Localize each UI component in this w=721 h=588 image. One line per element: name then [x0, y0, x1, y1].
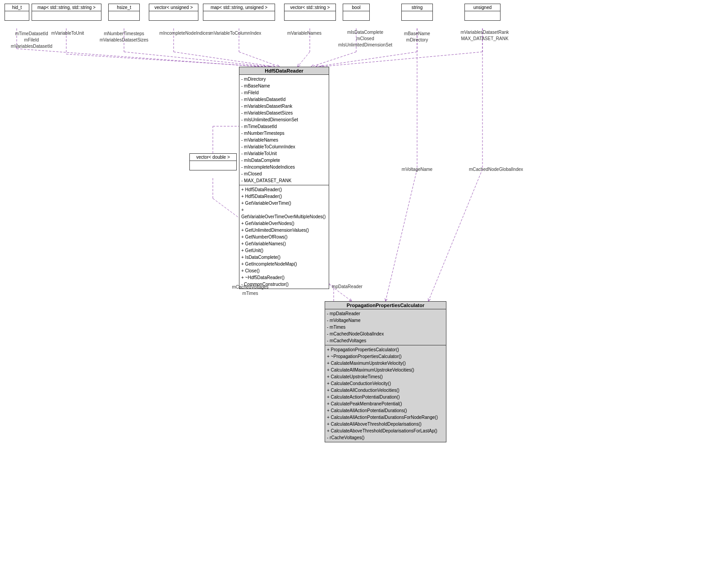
attr-mIsDataComplete: - mIsDataComplete — [241, 157, 327, 164]
label-mVariableToColumnIndex: mVariableToColumnIndex — [203, 31, 268, 36]
attr-mBaseName: - mBaseName — [241, 83, 327, 89]
attr-mFileId: - mFileId — [241, 89, 327, 96]
label-mNumberTimesteps: mNumberTimestepsmVariablesDatasetSizes — [95, 31, 153, 43]
label-mpDataReader: mpDataReader — [325, 284, 370, 289]
method-GetVariableNames: + GetVariableNames() — [241, 240, 327, 247]
type-vector-double: vector< double > — [189, 153, 237, 170]
type-hsize_t: hsize_t — [108, 4, 140, 21]
hdf5-data-reader-box: Hdf5DataReader - mDirectory - mBaseName … — [239, 67, 329, 289]
method-PropagationPropertiesCalculator-ctor: + PropagationPropertiesCalculator() — [327, 346, 444, 353]
attr-mTimeDatasetId: - mTimeDatasetId — [241, 123, 327, 130]
type-unsigned: unsigned — [464, 4, 501, 21]
method-GetUnlimitedDimensionValues: + GetUnlimitedDimensionValues() — [241, 227, 327, 234]
method-GetVariableOverTimeOverMultipleNodes: + GetVariableOverTimeOverMultipleNodes() — [241, 207, 327, 220]
svg-line-11 — [298, 52, 310, 67]
attr-mNumberTimesteps: - mNumberTimesteps — [241, 130, 327, 137]
svg-line-1 — [17, 49, 259, 67]
method-GetNumberOfRows: + GetNumberOfRows() — [241, 234, 327, 240]
type-bool: bool — [343, 4, 370, 21]
method-CalculateAllActionPotentialDurationsForNodeRange: + CalculateAllActionPotentialDurationsFo… — [327, 414, 444, 421]
svg-line-15 — [316, 52, 417, 67]
label-mVoltageName: mVoltageName — [392, 167, 442, 172]
svg-line-13 — [311, 52, 356, 67]
diagram-container: hid_t map< std::string, std::string > hs… — [0, 0, 721, 588]
hdf5-reader-attributes: - mDirectory - mBaseName - mFileId - mVa… — [239, 75, 329, 185]
label-mCachedVoltages-mTimes: mCachedVoltagesmTimes — [221, 284, 280, 297]
attr-mTimes: - mTimes — [327, 324, 444, 331]
method-GetVariableOverTime: + GetVariableOverTime() — [241, 200, 327, 207]
svg-line-7 — [174, 52, 275, 67]
svg-line-3 — [66, 54, 266, 67]
type-hid_t: hid_t — [5, 4, 29, 21]
attr-mVoltageName: - mVoltageName — [327, 317, 444, 324]
method-dtor-PropagationPropertiesCalculator: + ~PropagationPropertiesCalculator() — [327, 353, 444, 360]
method-Hdf5DataReader-ctor1: + Hdf5DataReader() — [241, 186, 327, 193]
method-GetIncompleteNodeMap: + GetIncompleteNodeMap() — [241, 261, 327, 267]
svg-line-23 — [386, 169, 417, 301]
hdf5-data-reader-title: Hdf5DataReader — [239, 67, 329, 75]
attr-MAX_DATASET_RANK: - MAX_DATASET_RANK — [241, 177, 327, 184]
attr-mClosed: - mClosed — [241, 170, 327, 177]
attr-mVariableToUnit: - mVariableToUnit — [241, 150, 327, 157]
method-CalculateMaximumUpstrokeVelocity: + CalculateMaximumUpstrokeVelocity() — [327, 360, 444, 367]
method-GetVariableOverNodes: + GetVariableOverNodes() — [241, 220, 327, 227]
propagation-calc-title: PropagationPropertiesCalculator — [325, 302, 446, 309]
method-CalculateAllAboveThresholdDepolarisations: + CalculateAllAboveThresholdDepolarisati… — [327, 421, 444, 427]
method-GetUnit: + GetUnit() — [241, 247, 327, 254]
type-map-str-unsigned: map< std::string, unsigned > — [203, 4, 275, 21]
method-dtor-Hdf5DataReader: + ~Hdf5DataReader() — [241, 274, 327, 281]
attr-mDirectory: - mDirectory — [241, 76, 327, 83]
label-mVariableToUnit: mVariableToUnit — [45, 31, 90, 36]
propagation-calc-attributes: - mpDataReader - mVoltageName - mTimes -… — [325, 309, 446, 345]
method-Close: + Close() — [241, 267, 327, 274]
method-CalculateAllMaximumUpstrokeVelocities: + CalculateAllMaximumUpstrokeVelocities(… — [327, 367, 444, 373]
label-mVariableNames: mVariableNames — [280, 31, 329, 36]
svg-line-25 — [428, 169, 482, 301]
arrows-svg — [0, 0, 721, 588]
attr-mIsUnlimitedDimensionSet: - mIsUnlimitedDimensionSet — [241, 116, 327, 123]
attr-mCachedVoltages: - mCachedVoltages — [327, 337, 444, 344]
type-vector-str: vector< std::string > — [284, 4, 336, 21]
attr-mIncompleteNodeIndices: - mIncompleteNodeIndices — [241, 164, 327, 170]
method-IsDataComplete: + IsDataComplete() — [241, 254, 327, 261]
method-CalculateConductionVelocity: + CalculateConductionVelocity() — [327, 380, 444, 387]
svg-line-5 — [124, 52, 271, 67]
method-CalculateAboveThresholdDepolarisationsForLastAp: + CalculateAboveThresholdDepolarisations… — [327, 427, 444, 434]
propagation-calc-methods: + PropagationPropertiesCalculator() + ~P… — [325, 345, 446, 442]
attr-mVariableNames: - mVariableNames — [241, 137, 327, 143]
method-rCacheVoltages: - rCacheVoltages() — [327, 434, 444, 441]
method-CalculateUpstrokeTimes: + CalculateUpstrokeTimes() — [327, 373, 444, 380]
method-CalculateAllConductionVelocities: + CalculateAllConductionVelocities() — [327, 387, 444, 394]
method-CalculateAllActionPotentialDurations: + CalculateAllActionPotentialDurations() — [327, 407, 444, 414]
hdf5-reader-methods: + Hdf5DataReader() + Hdf5DataReader() + … — [239, 185, 329, 289]
label-mVariablesDatasetRank: mVariablesDatasetRankMAX_DATASET_RANK — [451, 29, 519, 42]
label-mBaseName: mBaseNamemDirectory — [392, 31, 442, 43]
method-CalculatePeakMembranePotential: + CalculatePeakMembranePotential() — [327, 400, 444, 407]
attr-mCachedNodeGlobalIndex: - mCachedNodeGlobalIndex — [327, 331, 444, 337]
attr-mVariablesDatasetRank: - mVariablesDatasetRank — [241, 103, 327, 110]
attr-mVariablesDatasetSizes: - mVariablesDatasetSizes — [241, 110, 327, 116]
propagation-calc-box: PropagationPropertiesCalculator - mpData… — [325, 301, 446, 442]
attr-mVariableToColumnIndex: - mVariableToColumnIndex — [241, 143, 327, 150]
method-CalculateActionPotentialDuration: + CalculateActionPotentialDuration() — [327, 394, 444, 400]
type-vector-unsigned: vector< unsigned > — [149, 4, 198, 21]
method-Hdf5DataReader-ctor2: + Hdf5DataReader() — [241, 193, 327, 200]
type-string: string — [401, 4, 433, 21]
label-mCachedNodeGlobalIndex: mCachedNodeGlobalIndex — [460, 167, 532, 172]
svg-line-17 — [320, 52, 482, 67]
type-map-str-str: map< std::string, std::string > — [32, 4, 101, 21]
attr-mVariablesDatasetId: - mVariablesDatasetId — [241, 96, 327, 103]
svg-line-9 — [239, 52, 280, 67]
label-mIsDataComplete: mIsDataCompletemClosedmIsUnlimitedDimens… — [336, 29, 395, 48]
attr-mpDataReader: - mpDataReader — [327, 310, 444, 317]
